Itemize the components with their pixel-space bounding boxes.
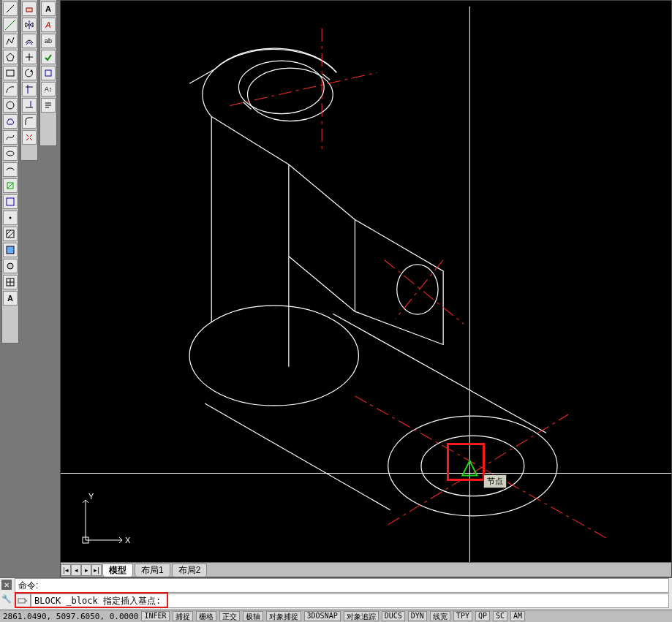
svg-rect-8 [7, 198, 14, 205]
ellipse-arc-tool[interactable] [3, 162, 18, 177]
text-style-icon[interactable] [41, 66, 56, 80]
svg-point-5 [7, 151, 14, 156]
rotate-tool[interactable] [22, 66, 37, 80]
erase-tool[interactable] [22, 1, 37, 16]
svg-text:X: X [125, 536, 131, 545]
move-tool[interactable] [22, 50, 37, 64]
layout-tab-strip: |◂ ◂ ▸ ▸| 模型 布局1 布局2 [61, 562, 671, 577]
status-sc[interactable]: SC [493, 611, 507, 621]
svg-point-4 [7, 102, 14, 109]
cmd-close-icon[interactable]: ✕ [1, 580, 12, 590]
text-scale-icon[interactable]: A↕ [41, 82, 56, 96]
status-ducs[interactable]: DUCS [382, 611, 405, 621]
svg-line-31 [30, 138, 32, 140]
tab-model-label: 模型 [109, 564, 127, 577]
xline-tool[interactable] [3, 18, 18, 32]
region-tool[interactable] [3, 259, 18, 273]
svg-line-7 [7, 183, 13, 189]
pline-tool[interactable] [3, 34, 18, 48]
status-ortho[interactable]: 正交 [219, 611, 240, 621]
svg-rect-32 [45, 70, 51, 76]
tab-nav-first[interactable]: |◂ [61, 564, 71, 576]
spellcheck-icon[interactable] [41, 50, 56, 64]
status-dyn[interactable]: DYN [408, 611, 427, 621]
status-infer[interactable]: INFER [141, 611, 169, 621]
status-lwt[interactable]: 线宽 [430, 611, 450, 621]
tab-nav-next[interactable]: ▸ [81, 564, 91, 576]
toolbar-draw: A [1, 0, 19, 344]
circle-tool[interactable] [3, 98, 18, 113]
tab-model[interactable]: 模型 [102, 564, 133, 577]
svg-line-28 [26, 134, 29, 137]
offset-tool[interactable] [22, 34, 37, 48]
table-tool[interactable] [3, 275, 18, 289]
svg-point-14 [7, 263, 13, 269]
dtext-icon[interactable]: A [41, 18, 56, 32]
command-input[interactable] [31, 593, 669, 608]
point-tool[interactable] [3, 211, 18, 225]
make-block-tool[interactable] [3, 194, 18, 209]
extend-tool[interactable] [22, 98, 37, 113]
svg-point-9 [10, 217, 12, 219]
svg-marker-20 [30, 23, 33, 27]
tab-nav-prev[interactable]: ◂ [71, 564, 81, 576]
mirror-tool[interactable] [22, 18, 37, 32]
tab-layout1[interactable]: 布局1 [135, 564, 170, 577]
svg-text:Y: Y [88, 492, 94, 501]
svg-line-43 [230, 72, 377, 105]
trim-tool[interactable] [22, 82, 37, 96]
status-polar[interactable]: 极轴 [243, 611, 263, 621]
svg-line-47 [388, 414, 568, 525]
svg-marker-2 [7, 53, 14, 61]
hatch-tool[interactable] [3, 227, 18, 241]
svg-marker-19 [26, 23, 29, 27]
command-prompt-icon [15, 593, 31, 608]
ellipse-tool[interactable] [3, 146, 18, 161]
status-snap[interactable]: 捕捉 [173, 611, 193, 621]
tab-nav-last[interactable]: ▸| [91, 564, 102, 576]
status-osnap[interactable]: 对象捕捉 [266, 611, 301, 621]
status-bar: 2861.0490, 5097.6050, 0.0000 INFER 捕捉 栅格… [0, 610, 672, 622]
polygon-tool[interactable] [3, 50, 18, 64]
rectangle-tool[interactable] [3, 66, 18, 80]
tab-layout1-label: 布局1 [141, 564, 164, 577]
toolbar-text: A A ab A↕ [39, 0, 57, 146]
svg-line-29 [30, 134, 32, 137]
toolbar-modify [20, 0, 38, 161]
svg-rect-56 [18, 599, 25, 603]
svg-point-38 [189, 306, 358, 406]
status-otrack[interactable]: 对象追踪 [344, 611, 379, 621]
tab-layout2-label: 布局2 [178, 564, 201, 577]
block-insert-tool[interactable] [3, 178, 18, 193]
svg-line-1 [5, 20, 15, 30]
svg-line-11 [7, 230, 11, 235]
status-3dosnap[interactable]: 3DOSNAP [304, 611, 341, 621]
osnap-tooltip: 节点 [483, 474, 507, 488]
svg-point-39 [397, 265, 438, 314]
command-history-line: 命令: [15, 578, 669, 593]
tab-layout2[interactable]: 布局2 [172, 564, 208, 577]
find-text-icon[interactable]: ab [41, 34, 56, 48]
revcloud-tool[interactable] [3, 114, 18, 129]
status-qp[interactable]: QP [475, 611, 490, 621]
status-grid[interactable]: 栅格 [196, 611, 216, 621]
spline-tool[interactable] [3, 130, 18, 145]
text-justify-icon[interactable] [41, 98, 56, 113]
fillet-tool[interactable] [22, 114, 37, 129]
gradient-tool[interactable] [3, 243, 18, 257]
model-viewport[interactable]: 节点 X Y |◂ ◂ ▸ ▸| 模型 布局1 布局2 [60, 0, 672, 577]
status-am[interactable]: AM [510, 611, 525, 621]
svg-line-30 [26, 138, 29, 140]
svg-line-45 [396, 260, 443, 319]
svg-line-44 [385, 260, 464, 325]
explode-tool[interactable] [22, 130, 37, 145]
mtext-icon[interactable]: A [41, 1, 56, 16]
svg-rect-18 [26, 8, 32, 12]
cad-drawing [61, 1, 671, 577]
cmd-config-icon[interactable]: 🔧 [1, 594, 12, 604]
mtext-tool[interactable]: A [3, 291, 18, 306]
line-tool[interactable] [3, 1, 18, 16]
arc-tool[interactable] [3, 82, 18, 96]
svg-rect-13 [7, 246, 14, 254]
status-tpy[interactable]: TPY [453, 611, 472, 621]
